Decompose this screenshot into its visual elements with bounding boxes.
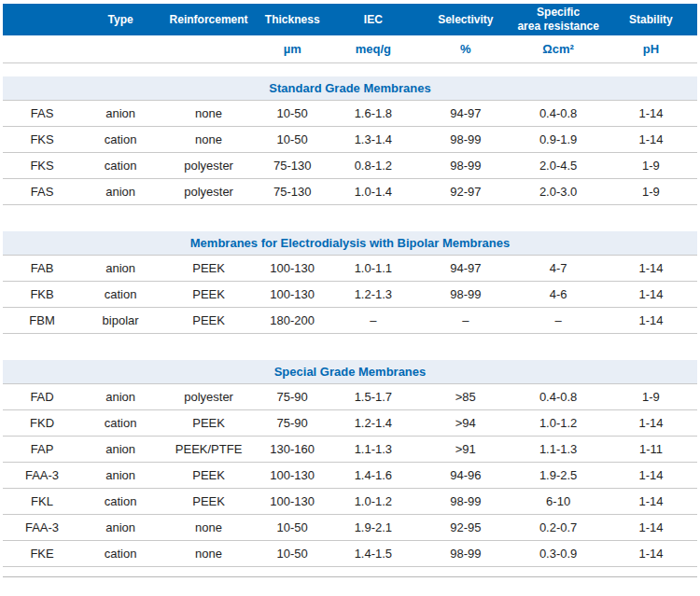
bottom-rule [3, 576, 697, 577]
membrane-name-cell: FAD [3, 390, 81, 404]
value-cell: 1-14 [605, 132, 697, 146]
value-cell: 1.4-1.5 [327, 547, 419, 561]
header-cell-resistance: Specific area resistance [511, 4, 605, 35]
value-cell: PEEK [160, 261, 258, 275]
value-cell: 1.0-1.1 [327, 261, 419, 275]
value-cell: anion [81, 468, 160, 482]
value-cell: 1-14 [605, 313, 697, 327]
value-cell: 1.4-1.6 [327, 468, 419, 482]
value-cell: 98-99 [419, 287, 511, 301]
value-cell: anion [81, 390, 160, 404]
value-cell: 1-9 [605, 390, 697, 404]
table-row: FKLcationPEEK100-1301.0-1.298-996-101-14 [3, 489, 697, 515]
value-cell: 10-50 [258, 547, 327, 561]
membrane-name-cell: FAP [3, 442, 81, 456]
table-header-row: Type Reinforcement Thickness IEC Selecti… [3, 4, 697, 35]
value-cell: 10-50 [258, 132, 327, 146]
value-cell: 92-97 [419, 185, 511, 199]
value-cell: PEEK [160, 468, 258, 482]
header-cell-type: Type [81, 11, 160, 29]
value-cell: 1.3-1.4 [327, 132, 419, 146]
value-cell: 94-97 [419, 106, 511, 120]
value-cell: 1.0-1.2 [327, 494, 419, 508]
value-cell: none [160, 547, 258, 561]
value-cell: 0.2-0.7 [511, 520, 605, 534]
membrane-name-cell: FBM [3, 313, 81, 327]
table-row: FKDcationPEEK75-901.2-1.4>941.0-1.21-14 [3, 410, 697, 437]
value-cell: >85 [419, 390, 511, 404]
value-cell: 1.9-2.1 [327, 520, 419, 534]
value-cell: 2.0-4.5 [511, 159, 605, 173]
value-cell: 98-99 [419, 494, 511, 508]
unit-cell-thickness: µm [258, 42, 327, 56]
membrane-name-cell: FKS [3, 132, 81, 146]
value-cell: cation [81, 547, 160, 561]
header-cell-iec: IEC [327, 11, 419, 29]
value-cell: cation [81, 416, 160, 430]
value-cell: cation [81, 132, 160, 146]
membrane-name-cell: FKS [3, 159, 81, 173]
value-cell: 92-95 [419, 520, 511, 534]
value-cell: 75-90 [258, 416, 327, 430]
membrane-name-cell: FAS [3, 106, 81, 120]
table-row: FKEcationnone10-501.4-1.598-990.3-0.91-1… [3, 541, 697, 567]
value-cell: cation [81, 494, 160, 508]
value-cell: cation [81, 159, 160, 173]
value-cell: 1.5-1.7 [327, 390, 419, 404]
value-cell: 6-10 [511, 494, 605, 508]
value-cell: none [160, 132, 258, 146]
table-section: Membranes for Electrodialysis with Bipol… [3, 231, 697, 334]
value-cell: PEEK [160, 416, 258, 430]
value-cell: PEEK [160, 313, 258, 327]
value-cell: 1.1-1.3 [327, 442, 419, 456]
unit-cell-selectivity: % [419, 42, 511, 56]
header-cell-reinforcement: Reinforcement [160, 11, 258, 29]
table-row: FAPanionPEEK/PTFE130-1601.1-1.3>911.1-1.… [3, 437, 697, 463]
value-cell: PEEK [160, 494, 258, 508]
value-cell: 100-130 [258, 468, 327, 482]
value-cell: 75-130 [258, 185, 327, 199]
value-cell: 10-50 [258, 106, 327, 120]
table-row: FKScationpolyester75-1300.8-1.298-992.0-… [3, 153, 697, 179]
value-cell: cation [81, 287, 160, 301]
membrane-name-cell: FAB [3, 261, 81, 275]
value-cell: 4-7 [511, 261, 605, 275]
value-cell: anion [81, 185, 160, 199]
value-cell: 1-14 [605, 520, 697, 534]
value-cell: 98-99 [419, 132, 511, 146]
value-cell: anion [81, 261, 160, 275]
value-cell: 1-14 [605, 468, 697, 482]
value-cell: 1-14 [605, 494, 697, 508]
value-cell: 1-14 [605, 416, 697, 430]
value-cell: none [160, 520, 258, 534]
value-cell: bipolar [81, 313, 160, 327]
value-cell: polyester [160, 185, 258, 199]
value-cell: 0.8-1.2 [327, 159, 419, 173]
value-cell: 1.1-1.3 [511, 442, 605, 456]
unit-cell-stability: pH [605, 42, 697, 56]
membrane-name-cell: FKE [3, 547, 81, 561]
table-row: FKScationnone10-501.3-1.498-990.9-1.91-1… [3, 127, 697, 153]
value-cell: >91 [419, 442, 511, 456]
value-cell: 1-9 [605, 159, 697, 173]
table-row: FASanionnone10-501.6-1.894-970.4-0.81-14 [3, 101, 697, 127]
header-cell-thickness: Thickness [258, 11, 327, 29]
value-cell: 1.0-1.2 [511, 416, 605, 430]
value-cell: 0.9-1.9 [511, 132, 605, 146]
table-row: FASanionpolyester75-1301.0-1.492-972.0-3… [3, 179, 697, 205]
value-cell: – [327, 313, 419, 327]
value-cell: 1.0-1.4 [327, 185, 419, 199]
header-cell-name [3, 18, 81, 21]
value-cell: – [511, 313, 605, 327]
value-cell: 1-9 [605, 185, 697, 199]
value-cell: – [419, 313, 511, 327]
value-cell: anion [81, 106, 160, 120]
value-cell: 94-97 [419, 261, 511, 275]
value-cell: none [160, 106, 258, 120]
value-cell: polyester [160, 390, 258, 404]
header-cell-stability: Stability [605, 11, 697, 29]
value-cell: 75-90 [258, 390, 327, 404]
section-title: Special Grade Membranes [3, 360, 697, 384]
value-cell: 0.4-0.8 [511, 390, 605, 404]
section-title: Standard Grade Membranes [3, 76, 697, 101]
